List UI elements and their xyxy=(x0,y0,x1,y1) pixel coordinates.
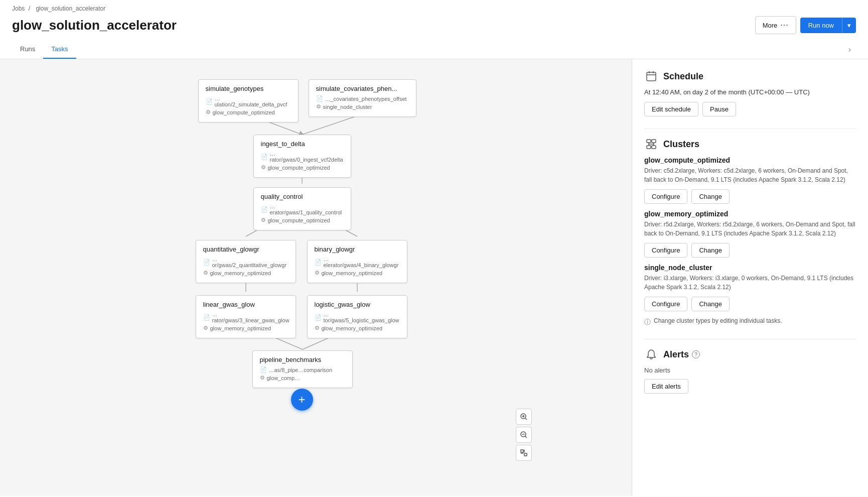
cluster-desc-1: Driver: r5d.2xlarge, Workers: r5d.2xlarg… xyxy=(644,220,856,238)
task-node-binary-glowgr[interactable]: binary_glowgr 📄 …elerator/gwas/4_binary_… xyxy=(307,240,407,283)
schedule-title: Schedule xyxy=(663,71,703,82)
node-title: logistic_gwas_glow xyxy=(315,301,400,308)
node-title: pipeline_benchmarks xyxy=(260,356,345,363)
node-cluster: ⚙ glow_comp… xyxy=(260,375,345,381)
more-label: More xyxy=(763,22,778,29)
configure-button-1[interactable]: Configure xyxy=(644,243,687,258)
canvas-controls xyxy=(516,409,532,461)
node-title: quantitative_glowgr xyxy=(203,245,288,253)
task-node-pipeline-benchmarks[interactable]: pipeline_benchmarks 📄 …as/8_pipe…compari… xyxy=(252,350,353,388)
svg-rect-16 xyxy=(521,450,523,452)
node-file: 📄 …erator/gwas/1_quality_control xyxy=(261,203,344,215)
run-now-button[interactable]: Run now ▾ xyxy=(800,18,856,33)
schedule-icon xyxy=(644,69,658,83)
node-title: binary_glowgr xyxy=(315,245,400,253)
breadcrumb-jobs[interactable]: Jobs xyxy=(12,5,25,12)
svg-rect-17 xyxy=(524,453,527,456)
task-node-quantitative-glowgr[interactable]: quantitative_glowgr 📄 …or/gwas/2_quantit… xyxy=(196,240,296,283)
task-node-logistic-gwas-glow[interactable]: logistic_gwas_glow 📄 …tor/gwas/5_logisti… xyxy=(307,295,407,338)
schedule-time: At 12:40 AM, on day 2 of the month (UTC+… xyxy=(644,88,856,96)
configure-button-0[interactable]: Configure xyxy=(644,189,687,204)
cluster-icon: ⚙ xyxy=(260,375,265,381)
cluster-item-1: glow_memory_optimized Driver: r5d.2xlarg… xyxy=(644,210,856,258)
fit-button[interactable] xyxy=(516,445,532,461)
schedule-header: Schedule xyxy=(644,69,856,83)
add-task-button[interactable]: + xyxy=(291,389,313,411)
node-file: 📄 …as/8_pipe…comparison xyxy=(260,366,345,373)
no-alerts-text: No alerts xyxy=(644,366,856,374)
node-file: 📄 …or/gwas/2_quantitative_glowgr xyxy=(203,256,288,268)
alerts-icon xyxy=(644,347,658,361)
node-cluster: ⚙ glow_compute_optimized xyxy=(261,164,344,171)
change-button-1[interactable]: Change xyxy=(691,243,730,258)
change-button-2[interactable]: Change xyxy=(691,297,730,311)
node-cluster: ⚙ glow_compute_optimized xyxy=(261,217,344,223)
node-file: 📄 …rator/gwas/3_linear_gwas_glow xyxy=(203,311,288,323)
node-file: 📄 …rator/gwas/0_ingest_vcf2delta xyxy=(261,151,344,163)
task-node-ingest-to-delta[interactable]: ingest_to_delta 📄 …rator/gwas/0_ingest_v… xyxy=(253,135,351,178)
node-title: simulate_genotypes xyxy=(206,85,291,92)
file-icon: 📄 xyxy=(203,314,210,321)
node-title: quality_control xyxy=(261,193,344,200)
file-icon: 📄 xyxy=(315,314,322,321)
cluster-icon: ⚙ xyxy=(261,217,266,223)
alerts-header: Alerts ? xyxy=(644,347,856,361)
svg-rect-26 xyxy=(647,146,651,149)
title-actions: More ··· Run now ▾ xyxy=(755,16,856,34)
node-title: ingest_to_delta xyxy=(261,140,344,148)
alerts-title-row: Alerts ? xyxy=(663,349,700,360)
node-file: 📄 …elerator/gwas/4_binary_glowgr xyxy=(315,256,400,268)
run-now-main-button[interactable]: Run now xyxy=(800,18,842,33)
run-now-dropdown-button[interactable]: ▾ xyxy=(842,18,856,33)
change-button-0[interactable]: Change xyxy=(691,189,730,204)
cluster-icon: ⚙ xyxy=(206,109,211,115)
clusters-section: Clusters glow_compute_optimized Driver: … xyxy=(644,137,856,327)
node-cluster: ⚙ glow_memory_optimized xyxy=(203,270,288,276)
graph-container: simulate_genotypes 📄 …ulation/2_simulate… xyxy=(90,69,542,471)
divider-2 xyxy=(644,339,856,339)
zoom-out-button[interactable] xyxy=(516,427,532,443)
task-node-linear-gwas-glow[interactable]: linear_gwas_glow 📄 …rator/gwas/3_linear_… xyxy=(196,295,296,338)
tab-runs[interactable]: Runs xyxy=(12,40,43,59)
breadcrumb-separator: / xyxy=(29,5,30,12)
main-layout: simulate_genotypes 📄 …ulation/2_simulate… xyxy=(0,59,868,496)
clusters-header: Clusters xyxy=(644,137,856,151)
pause-button[interactable]: Pause xyxy=(702,102,736,116)
node-cluster: ⚙ glow_memory_optimized xyxy=(315,325,400,331)
cluster-icon: ⚙ xyxy=(315,270,320,276)
node-file: 📄 …ulation/2_simulate_delta_pvcf xyxy=(206,95,291,107)
cluster-name-0: glow_compute_optimized xyxy=(644,156,856,164)
zoom-in-button[interactable] xyxy=(516,409,532,425)
cluster-icon: ⚙ xyxy=(203,270,208,276)
task-node-simulate-covariates[interactable]: simulate_covariates_phen... 📄 …_covariat… xyxy=(309,79,416,117)
clusters-title: Clusters xyxy=(663,139,699,150)
node-file: 📄 …_covariates_phenotypes_offset xyxy=(316,95,409,102)
edit-alerts-button[interactable]: Edit alerts xyxy=(644,379,688,394)
tab-tasks[interactable]: Tasks xyxy=(43,40,76,59)
expand-icon[interactable]: › xyxy=(848,45,851,54)
file-icon: 📄 xyxy=(261,154,268,160)
svg-rect-25 xyxy=(652,140,656,143)
canvas-scroll[interactable]: simulate_genotypes 📄 …ulation/2_simulate… xyxy=(0,59,632,496)
edit-schedule-button[interactable]: Edit schedule xyxy=(644,102,698,116)
cluster-icon: ⚙ xyxy=(203,325,208,331)
svg-rect-27 xyxy=(652,146,656,149)
right-panel: Schedule At 12:40 AM, on day 2 of the mo… xyxy=(632,59,868,496)
cluster-note-text: Change cluster types by editing individu… xyxy=(654,317,782,324)
svg-line-10 xyxy=(525,418,527,420)
schedule-section: Schedule At 12:40 AM, on day 2 of the mo… xyxy=(644,69,856,116)
help-icon[interactable]: ? xyxy=(692,350,700,358)
node-cluster: ⚙ single_node_cluster xyxy=(316,103,409,110)
configure-button-2[interactable]: Configure xyxy=(644,297,687,311)
breadcrumb: Jobs / glow_solution_accelerator xyxy=(12,5,856,12)
cluster-icon: ⚙ xyxy=(315,325,320,331)
svg-rect-20 xyxy=(647,72,656,81)
file-icon: 📄 xyxy=(316,95,323,102)
schedule-buttons: Edit schedule Pause xyxy=(644,102,856,116)
svg-line-1 xyxy=(302,114,361,135)
cluster-item-0: glow_compute_optimized Driver: c5d.2xlar… xyxy=(644,156,856,204)
task-node-quality-control[interactable]: quality_control 📄 …erator/gwas/1_quality… xyxy=(253,187,351,230)
task-node-simulate-genotypes[interactable]: simulate_genotypes 📄 …ulation/2_simulate… xyxy=(198,79,299,122)
file-icon: 📄 xyxy=(260,366,267,373)
more-button[interactable]: More ··· xyxy=(755,16,796,34)
